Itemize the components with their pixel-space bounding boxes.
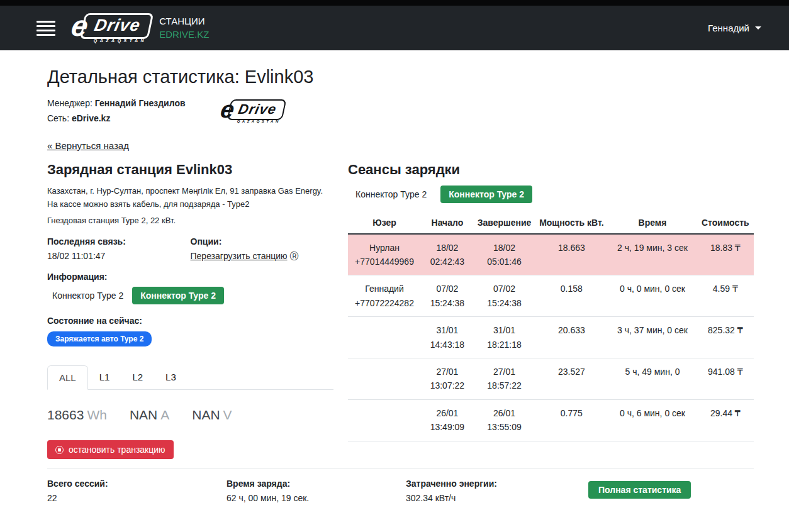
sessions-panel: Сеансы зарядки Коннектор Type 2 Коннекто… [348,158,754,460]
tab-l2[interactable]: L2 [121,365,154,390]
full-statistics-button[interactable]: Полная статистика [588,481,691,499]
summary-divider [47,468,754,468]
network-name: eDrive.kz [72,113,110,123]
manager-name: Геннадий Гнездилов [95,98,186,108]
header-user: Юзер [348,212,421,234]
connector-tab-inactive[interactable]: Коннектор Type 2 [348,186,434,203]
back-link[interactable]: « Вернуться назад [47,140,129,151]
connector-tabs: Коннектор Type 2 Коннектор Type 2 [348,186,754,203]
user-menu[interactable]: Геннадий [708,23,761,33]
reboot-station-link[interactable]: Перезагрузить станцию [191,251,288,261]
tab-l1[interactable]: L1 [88,365,121,390]
live-metrics: 18663Wh NANA NANV [47,407,333,423]
summary-bar: Всего сессий: 22 Время заряда: 62 ч, 00 … [47,477,754,506]
phase-tabs: ALL L1 L2 L3 [47,365,333,390]
navbar: e Drive QAZAQSTAN СТАНЦИИ EDRIVE.KZ Генн… [0,6,789,50]
hamburger-menu-icon[interactable] [36,21,55,36]
header-time: Время [608,212,697,234]
voltage-metric: NANV [192,407,232,423]
sessions-title: Сеансы зарядки [348,162,754,178]
manager-line: Менеджер: Геннадий Гнездилов [47,96,186,111]
station-title: Зарядная станция Evlink03 [47,162,333,178]
top-strip [0,0,789,6]
tab-l3[interactable]: L3 [154,365,187,390]
tab-all[interactable]: ALL [47,365,88,390]
table-header-row: Юзер Начало Завершение Мощность кВт. Вре… [348,212,754,234]
connector-tab-active[interactable]: Коннектор Type 2 [440,186,532,203]
last-connection-value: 18/02 11:01:47 [47,249,191,263]
table-row[interactable]: Нурлан+77014449969 18/0202:42:43 18/0205… [348,234,754,275]
user-name: Геннадий [708,23,749,33]
connector-type2-button[interactable]: Коннектор Type 2 [132,287,224,304]
charge-time: Время заряда: 62 ч, 00 мин, 19 сек. [227,477,406,506]
sessions-table: Юзер Начало Завершение Мощность кВт. Вре… [348,212,754,441]
info-label: Информация: [47,272,333,282]
brand-line-stations: СТАНЦИИ [159,15,209,28]
brand-line-edrive[interactable]: EDRIVE.KZ [159,28,209,41]
energy-metric: 18663Wh [47,407,107,423]
connector-text: Коннектор Type 2 [52,291,123,301]
header-cost: Стоимость [697,212,754,234]
station-panel: Зарядная станция Evlink03 Казахстан, г. … [47,158,333,460]
station-type-info: Гнездовая станция Type 2, 22 кВт. [47,216,333,225]
table-row[interactable]: 26/0113:49:09 26/0113:55:09 0.775 0 ч, 6… [348,399,754,441]
options-label: Опции: [191,235,334,248]
stop-icon [55,446,64,454]
station-address: Казахстан, г. Нур-Султан, проспект Мәңгі… [47,184,333,211]
reboot-icon[interactable]: Ⓡ [289,251,298,261]
last-connection-label: Последняя связь: [47,235,191,248]
charging-status-badge: Заряжается авто Type 2 [47,331,152,346]
header-start: Начало [421,212,474,234]
brand-text: СТАНЦИИ EDRIVE.KZ [159,15,209,41]
state-label: Состояние на сейчас: [47,316,333,326]
last-connection-block: Последняя связь: 18/02 11:01:47 [47,235,191,263]
main-content: Детальная статистика: Evlink03 Менеджер:… [0,50,789,506]
manager-block: Менеджер: Геннадий Гнездилов Сеть: eDriv… [47,96,754,126]
options-block: Опции: Перезагрузить станцию Ⓡ [191,235,334,263]
current-metric: NANA [130,407,169,423]
edrive-logo-dark: e Drive QAZAQSTAN [221,99,284,123]
header-power: Мощность кВт. [535,212,608,234]
page-title: Детальная статистика: Evlink03 [47,67,754,87]
edrive-logo[interactable]: e Drive QAZAQSTAN [72,13,150,43]
table-row[interactable]: Геннадий+77072224282 07/0215:24:38 07/02… [348,275,754,317]
table-row[interactable]: 27/0113:07:22 27/0118:57:22 23.527 5 ч, … [348,358,754,399]
header-end: Завершение [474,212,535,234]
stop-transaction-button[interactable]: остановить транзакцию [47,440,174,459]
total-sessions: Всего сессий: 22 [47,477,227,506]
logo-drive-box: Drive [79,13,153,39]
table-row[interactable]: 31/0114:43:18 31/0118:21:18 20.633 3 ч, … [348,317,754,358]
energy-spent: Затраченно энергии: 302.34 кВт/ч [406,477,588,506]
caret-down-icon [755,26,761,30]
network-line: Сеть: eDrive.kz [47,111,186,126]
